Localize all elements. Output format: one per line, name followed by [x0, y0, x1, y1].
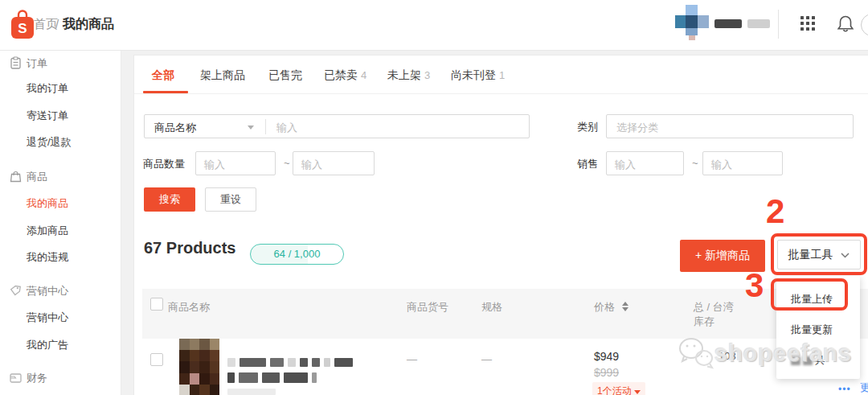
- reset-button[interactable]: 重设: [205, 187, 256, 212]
- top-header: S 首页 / 我的商品: [0, 0, 868, 51]
- input-divider: [265, 119, 266, 134]
- menu-item-batch-upload[interactable]: 批量上传: [776, 284, 860, 315]
- row-spec-value: —: [481, 353, 492, 365]
- tab-sold-out[interactable]: 已售完: [268, 68, 305, 83]
- quantity-max-input[interactable]: 输入: [293, 151, 375, 175]
- col-stock: 总 / 台湾 库存: [694, 300, 747, 329]
- blurred-product-title-line1: [227, 358, 357, 367]
- sidebar-item-returns-refunds[interactable]: 退货/退款: [27, 136, 72, 149]
- name-filter-selected[interactable]: 商品名称: [154, 121, 196, 135]
- add-product-button[interactable]: + 新增商品: [680, 240, 765, 272]
- breadcrumb-separator: /: [55, 17, 59, 31]
- plus-icon: +: [695, 249, 702, 261]
- quantity-min-input[interactable]: 输入: [195, 151, 276, 175]
- sidebar-item-marketing-center[interactable]: 营销中心: [27, 311, 68, 324]
- username-redacted: [714, 19, 742, 28]
- annotation-step-2-number: 2: [766, 192, 784, 231]
- menu-item-obscured-tool[interactable]: 具: [776, 345, 860, 376]
- row-promo-tag[interactable]: 1个活动: [592, 382, 645, 395]
- select-all-checkbox[interactable]: [150, 298, 163, 311]
- sidebar-item-my-ads[interactable]: 我的广告: [27, 339, 68, 352]
- quantity-range-separator: ~: [284, 157, 290, 169]
- name-filter-input[interactable]: 输入: [276, 121, 297, 135]
- tab-banned[interactable]: 已禁卖4: [324, 68, 366, 83]
- notification-bell-icon[interactable]: [837, 14, 854, 35]
- help-circle-icon[interactable]: [861, 14, 868, 36]
- active-tab-underline: [143, 91, 188, 93]
- tab-unpublished[interactable]: 尚未刊登1: [451, 68, 505, 83]
- menu-item-batch-update[interactable]: 批量更新: [776, 315, 860, 345]
- product-thumbnail[interactable]: [179, 339, 219, 395]
- sales-min-input[interactable]: 输入: [606, 151, 684, 175]
- quota-badge: 64 / 1,000: [250, 244, 344, 265]
- sidebar-section-finance[interactable]: 财务: [27, 372, 47, 385]
- chevron-down-icon: [248, 125, 254, 130]
- shopname-redacted: [747, 19, 770, 28]
- sales-max-input[interactable]: 输入: [702, 151, 783, 175]
- row-more-link-partial[interactable]: 更: [860, 381, 868, 395]
- obscured-text: [791, 356, 800, 365]
- sidebar-section-orders[interactable]: 订单: [27, 57, 47, 70]
- sidebar-item-add-product[interactable]: 添加商品: [27, 224, 68, 237]
- breadcrumb-home[interactable]: 首页: [34, 17, 58, 32]
- price-sort-icon[interactable]: [622, 302, 628, 311]
- row-price-current: $949: [594, 350, 619, 363]
- category-label: 类别: [577, 120, 598, 134]
- sales-range-separator: ~: [692, 157, 698, 169]
- search-button[interactable]: 搜索: [144, 187, 195, 212]
- col-product-name: 商品名称: [168, 300, 210, 315]
- row-more-actions-ellipsis[interactable]: •••: [838, 384, 851, 395]
- tabs-divider: [134, 93, 868, 94]
- col-price: 价格: [594, 300, 615, 315]
- category-select[interactable]: 选择分类: [606, 114, 854, 138]
- row-sku-value: —: [407, 353, 417, 365]
- obscured-text: [803, 356, 813, 365]
- sidebar-item-my-violations[interactable]: 我的违规: [27, 251, 68, 264]
- quantity-label: 商品数量: [143, 157, 185, 171]
- col-spec: 规格: [481, 300, 502, 315]
- batch-tools-menu: 批量上传 批量更新 具: [776, 276, 860, 379]
- clipboard-icon: [9, 56, 23, 70]
- tab-live[interactable]: 架上商品: [200, 68, 248, 83]
- apps-grid-icon[interactable]: [800, 16, 817, 32]
- chevron-down-icon: [841, 253, 850, 258]
- col-sku: 商品货号: [407, 300, 448, 315]
- row-price-original: $999: [594, 366, 619, 379]
- blurred-product-subtext: [227, 389, 280, 395]
- tag-icon: [9, 284, 23, 298]
- wechat-icon: [678, 335, 714, 371]
- tab-all[interactable]: 全部: [152, 68, 178, 83]
- sidebar-item-shipping-orders[interactable]: 寄送订单: [27, 109, 68, 122]
- blurred-product-title-line2: [227, 372, 321, 383]
- bag-icon: [9, 170, 23, 183]
- row-checkbox[interactable]: [150, 353, 163, 366]
- sidebar-section-marketing[interactable]: 营销中心: [27, 285, 68, 298]
- sidebar-item-my-products[interactable]: 我的商品: [27, 197, 68, 210]
- avatar[interactable]: [675, 5, 709, 40]
- product-name-search-box[interactable]: 商品名称 输入: [144, 114, 530, 138]
- table-header: 商品名称 商品货号 规格 价格 总 / 台湾 库存: [142, 289, 868, 339]
- sidebar-section-products[interactable]: 商品: [27, 171, 47, 183]
- tab-delisted[interactable]: 未上架3: [387, 68, 430, 83]
- shopee-logo-icon: S: [10, 9, 35, 41]
- header-divider: [778, 10, 779, 39]
- sales-label: 销售: [577, 157, 598, 171]
- sidebar-nav: 订单 我的订单 寄送订单 退货/退款 商品 我的商品 添加商品 我的违规 营销中…: [0, 50, 121, 395]
- products-count-title: 67 Products: [144, 239, 235, 257]
- wallet-icon: [9, 371, 23, 385]
- main-panel: 全部 架上商品 已售完 已禁卖4 未上架3 尚未刊登1 商品名称 输入 类别 选…: [133, 55, 868, 395]
- svg-text:S: S: [18, 21, 27, 36]
- sidebar-item-my-orders[interactable]: 我的订单: [27, 82, 68, 95]
- batch-tools-button[interactable]: 批量工具: [777, 240, 861, 270]
- page-title: 我的商品: [63, 16, 114, 33]
- caret-down-icon: [634, 390, 641, 394]
- row-stock-value: 103: [719, 350, 736, 362]
